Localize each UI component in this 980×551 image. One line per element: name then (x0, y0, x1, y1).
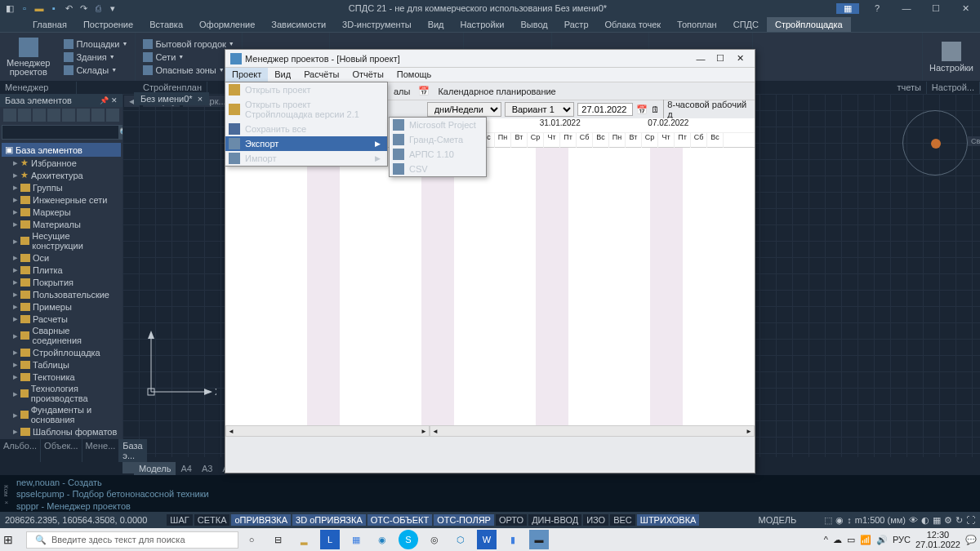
status-toggle-ОТС-ОБЪЕКТ[interactable]: ОТС-ОБЪЕКТ (368, 514, 432, 526)
dialog-menu-2[interactable]: Расчёты (297, 68, 345, 82)
export-sub-1[interactable]: Гранд-Смета (390, 132, 486, 147)
tree-item[interactable]: ▸Покрытия (2, 276, 121, 288)
camp-button[interactable]: Бытовой городок (140, 38, 236, 50)
rb-ic3[interactable] (902, 42, 917, 56)
qat-dd-icon[interactable]: ▾ (106, 2, 119, 15)
ribbon-tab-10[interactable]: Облака точек (597, 17, 670, 32)
etb-2[interactable] (18, 109, 31, 122)
tray-wifi-icon[interactable]: 📶 (860, 535, 871, 545)
tab-model[interactable]: Модель (134, 462, 176, 475)
app-icon-4[interactable]: ▮ (503, 530, 523, 549)
status-toggle-ШАГ[interactable]: ШАГ (167, 514, 192, 526)
status-toggle-ВЕС[interactable]: ВЕС (610, 514, 635, 526)
app-icon-2[interactable]: ▦ (346, 530, 366, 549)
view-cube[interactable]: Сверху (902, 110, 968, 176)
app-icon-3[interactable]: ⬡ (451, 530, 470, 549)
status-ic2[interactable]: ◉ (835, 515, 844, 526)
settings-button[interactable]: Настройки (923, 33, 980, 81)
tree-item[interactable]: ▸Плитка (2, 264, 121, 276)
help-dd[interactable]: ? (866, 3, 889, 14)
tree-item[interactable]: ▸Тектоника (2, 371, 121, 383)
ribbon-tab-7[interactable]: Настройки (452, 17, 513, 32)
gantt-timeline-scroll[interactable] (430, 425, 755, 437)
dialog-menu-3[interactable]: Отчёты (345, 68, 390, 82)
app-icon-1[interactable]: L (320, 530, 340, 549)
status-toggle-ШТРИХОВКА[interactable]: ШТРИХОВКА (637, 514, 700, 526)
dialog-menu-4[interactable]: Помощь (390, 68, 439, 82)
dialog-menu-1[interactable]: Вид (268, 68, 297, 82)
ribbon-tab-11[interactable]: Топоплан (669, 17, 725, 32)
tree-item[interactable]: ▸★Архитектура (2, 169, 121, 181)
storage-button[interactable]: Склады (61, 64, 130, 76)
tray-lang[interactable]: РУС (893, 535, 911, 544)
status-ic3[interactable]: ↕ (847, 515, 852, 525)
tree-item[interactable]: ▸Оси (2, 251, 121, 264)
etb-1[interactable] (3, 109, 16, 122)
cortana-icon[interactable]: ○ (242, 530, 261, 549)
qat-new-icon[interactable]: ▫ (18, 2, 31, 15)
rb-ic1[interactable] (866, 42, 881, 56)
tree-item[interactable]: ▸★Избранное (2, 157, 121, 169)
ribbon-tab-8[interactable]: Вывод (512, 17, 555, 32)
elements-tree[interactable]: ▣ База элементов ▸★Избранное▸★Архитектур… (0, 141, 122, 457)
qat-print-icon[interactable]: ⎙ (91, 2, 105, 15)
model-space[interactable]: МОДЕЛЬ (759, 515, 797, 525)
rb-ic4[interactable] (866, 58, 881, 73)
tree-item[interactable]: ▸Несущие конструкции (2, 230, 121, 251)
pin-icon[interactable]: 📌 ✕ (100, 96, 118, 104)
proj-menu-item-3[interactable]: Экспорт▶ (225, 136, 387, 151)
rb-ic5[interactable] (884, 58, 899, 73)
ribbon-tab-1[interactable]: Построение (75, 17, 141, 32)
dialog-minimize[interactable]: — (691, 54, 710, 64)
explorer-icon[interactable]: ▂ (294, 530, 314, 549)
status-toggle-ОРТО[interactable]: ОРТО (496, 514, 527, 526)
areas-button[interactable]: Площадки (61, 38, 130, 50)
left-tab-1[interactable]: Объек... (41, 439, 82, 462)
dialog-menu-0[interactable]: Проект (225, 68, 268, 82)
rb-ic2[interactable] (884, 42, 899, 56)
ribbon-tab-9[interactable]: Растр (556, 17, 597, 32)
view-cube-circle[interactable] (902, 110, 968, 176)
export-sub-3[interactable]: CSV (390, 162, 486, 176)
status-toggle-ИЗО[interactable]: ИЗО (583, 514, 608, 526)
tree-item[interactable]: ▸Материалы (2, 218, 121, 230)
ribbon-tab-12[interactable]: СПДС (725, 17, 767, 32)
export-sub-0[interactable]: Microsoft Project (390, 118, 486, 132)
maximize-button[interactable]: ☐ (924, 3, 947, 14)
status-toggle-СЕТКА[interactable]: СЕТКА (194, 514, 230, 526)
skype-icon[interactable]: S (399, 530, 418, 549)
ribbon-tab-0[interactable]: Главная (24, 17, 75, 32)
tree-item[interactable]: ▸Пользовательские (2, 288, 121, 300)
elements-search-input[interactable] (2, 125, 119, 140)
edge-icon[interactable]: ◉ (372, 530, 392, 549)
qat-logo-icon[interactable]: ◧ (3, 2, 16, 15)
variant-select[interactable]: Вариант 1 (505, 102, 575, 117)
proj-menu-item-4[interactable]: Импорт▶ (225, 151, 387, 166)
status-ic6[interactable]: ▦ (933, 515, 941, 526)
cal-icon-2[interactable]: 🗓 (651, 104, 660, 114)
qat-open-icon[interactable]: ▬ (33, 2, 46, 15)
model-tabs-icon[interactable] (122, 462, 134, 473)
tree-item[interactable]: ▸Технология производства (2, 383, 121, 404)
status-toggle-ОТС-ПОЛЯР[interactable]: ОТС-ПОЛЯР (434, 514, 494, 526)
ribbon-tab-13[interactable]: Стройплощадка (767, 17, 851, 32)
tray-chevron[interactable]: ^ (824, 535, 828, 544)
tree-item[interactable]: ▸Маркеры (2, 206, 121, 218)
taskview-icon[interactable]: ⊟ (268, 530, 287, 549)
qat-redo-icon[interactable]: ↷ (77, 2, 90, 15)
proj-menu-item-0[interactable]: Открыть проект (225, 82, 387, 97)
taskbar-search[interactable]: 🔍 Введите здесь текст для поиска (26, 531, 238, 549)
app-icon-5[interactable]: ▬ (529, 530, 549, 549)
help-icon[interactable]: ▦ (836, 3, 859, 14)
status-toggle-3D оПРИВЯЗКА[interactable]: 3D оПРИВЯЗКА (292, 514, 366, 526)
tree-item[interactable]: ▸Группы (2, 181, 121, 193)
dialog-maximize[interactable]: ☐ (710, 53, 730, 64)
left-tab-3[interactable]: База э... (119, 439, 146, 462)
etb-4[interactable] (47, 109, 60, 122)
ribbon-tab-5[interactable]: 3D-инструменты (334, 17, 420, 32)
tree-item[interactable]: ▸Стройплощадка (2, 346, 121, 358)
status-toggle-ДИН-ВВОД[interactable]: ДИН-ВВОД (528, 514, 581, 526)
gantt-body[interactable] (225, 148, 755, 425)
close-button[interactable]: ✕ (954, 3, 977, 14)
chrome-icon[interactable]: ◎ (425, 530, 444, 549)
